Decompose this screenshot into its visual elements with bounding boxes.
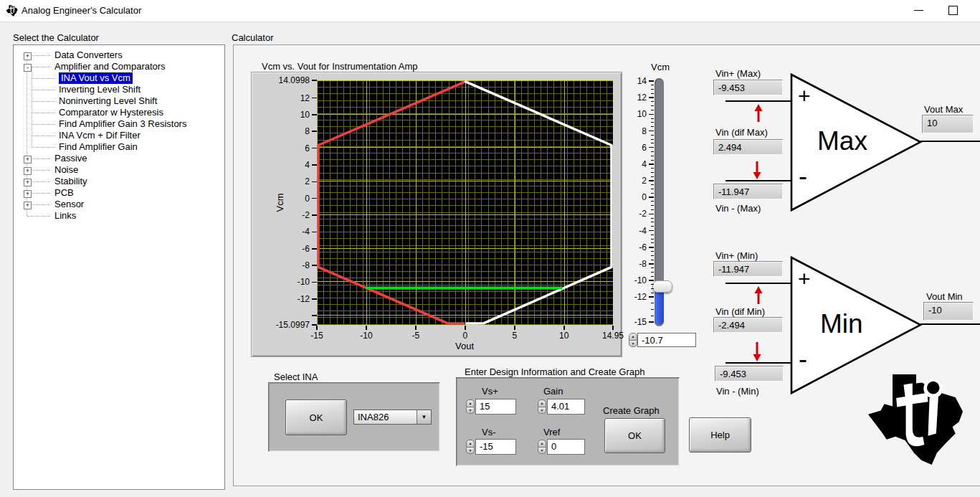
vs-plus-spinner[interactable]: ▲▼ <box>466 399 475 414</box>
tree-item[interactable]: Comparator w Hysteresis <box>59 107 163 118</box>
tree-item[interactable]: Find Amplifier Gain <box>59 141 138 153</box>
max-plus-wire <box>726 100 792 102</box>
slider-minor-tick <box>651 126 654 127</box>
min-minus-wire <box>726 362 792 364</box>
slider-minor-tick <box>651 89 654 90</box>
tree-expand-icon[interactable]: + <box>24 52 32 60</box>
vin-minus-max-field: -11.947 <box>713 184 783 199</box>
slider-minor-tick <box>651 151 654 152</box>
dropdown-arrow-icon[interactable]: ▼ <box>417 410 431 424</box>
y-tick-label: 6 <box>255 143 310 153</box>
slider-major-tick <box>649 97 654 98</box>
vout-min-field: -10 <box>923 302 974 321</box>
slider-major-tick <box>649 164 654 165</box>
title-bar: Analog Engineer's Calculator <box>0 0 980 22</box>
vin-plus-max-label: Vin+ (Max) <box>715 68 761 79</box>
spin-up-icon[interactable]: ▲ <box>466 440 475 448</box>
tree-item[interactable]: Inverting Level Shift <box>59 84 141 95</box>
max-minus-sign: - <box>799 161 807 191</box>
vref-label: Vref <box>543 427 560 437</box>
y-tick-label: 14.0998 <box>255 75 310 85</box>
vin-dif-min-field: -2.494 <box>713 317 783 333</box>
min-minus-sign: - <box>799 344 807 374</box>
tree-item[interactable]: Stability <box>54 176 87 187</box>
slider-major-tick <box>649 197 654 198</box>
tree-item[interactable]: Noise <box>54 164 78 176</box>
tree-item[interactable]: INA Vout vs Vcm <box>59 72 133 84</box>
spin-down-icon[interactable]: ▼ <box>538 407 546 415</box>
slider-minor-tick <box>651 160 654 161</box>
min-plus-sign: + <box>798 267 811 290</box>
y-tick-label: -15.0997 <box>255 320 310 330</box>
vs-minus-label: Vs- <box>482 427 496 437</box>
vs-minus-spinner[interactable]: ▲▼ <box>466 440 475 454</box>
max-minus-wire <box>726 180 792 181</box>
vout-max-label: Vout Max <box>924 104 963 115</box>
spin-down-icon[interactable]: ▼ <box>629 341 637 348</box>
tree-expand-icon[interactable]: + <box>24 167 32 175</box>
x-axis-tick <box>316 326 318 330</box>
tree-item[interactable]: INA Vcm + Dif Filter <box>59 130 141 141</box>
tree-item[interactable]: Noninverting Level Shift <box>59 95 157 107</box>
spin-down-icon[interactable]: ▼ <box>466 448 475 455</box>
vs-minus-field[interactable]: -15 <box>475 439 516 455</box>
slider-minor-tick <box>651 268 654 268</box>
slider-tick-label: -8 <box>618 259 647 269</box>
vref-spinner[interactable]: ▲▼ <box>538 440 546 454</box>
maximize-icon <box>948 6 958 15</box>
vcm-slider-thumb[interactable] <box>652 280 672 293</box>
create-graph-ok-button[interactable]: OK <box>604 418 665 453</box>
tree-item[interactable]: Links <box>54 210 76 222</box>
tree-item[interactable]: Data Converters <box>54 49 123 61</box>
slider-major-tick <box>649 321 654 323</box>
slider-major-tick <box>649 114 654 115</box>
spin-up-icon[interactable]: ▲ <box>538 440 546 448</box>
calculator-label: Calculator <box>232 32 274 43</box>
tree-item[interactable]: Sensor <box>54 199 84 210</box>
spin-down-icon[interactable]: ▼ <box>538 448 546 455</box>
vs-plus-field[interactable]: 15 <box>475 399 516 415</box>
red-down-arrow-icon <box>752 341 762 361</box>
spin-up-icon[interactable]: ▲ <box>538 399 546 407</box>
tree-expand-icon[interactable]: + <box>24 156 32 164</box>
minimize-button[interactable] <box>904 0 933 22</box>
slider-minor-tick <box>651 101 654 102</box>
ina-dropdown[interactable]: INA826 ▼ <box>353 410 432 425</box>
tree-item[interactable]: PCB <box>54 187 74 199</box>
select-ina-ok-button[interactable]: OK <box>285 399 347 435</box>
tree-connector <box>32 124 55 125</box>
tree-item[interactable]: Passive <box>54 153 87 164</box>
tree-collapse-icon[interactable]: - <box>24 64 32 72</box>
vin-minus-min-label: Vin - (Min) <box>716 386 759 397</box>
y-axis-tick <box>312 315 317 316</box>
spin-up-icon[interactable]: ▲ <box>466 399 475 407</box>
vref-field[interactable]: 0 <box>547 439 585 455</box>
vcm-value-field[interactable]: -10.7 <box>637 333 696 347</box>
help-button[interactable]: Help <box>689 417 751 453</box>
y-tick-label: 4 <box>255 160 310 170</box>
y-axis-tick <box>312 282 317 283</box>
vs-plus-label: Vs+ <box>482 386 498 397</box>
gain-spinner[interactable]: ▲▼ <box>538 399 546 414</box>
slider-minor-tick <box>651 205 654 206</box>
spin-down-icon[interactable]: ▼ <box>466 407 475 415</box>
slider-minor-tick <box>651 260 654 260</box>
slider-minor-tick <box>651 105 654 106</box>
gain-field[interactable]: 4.01 <box>547 399 585 415</box>
tree-expand-icon[interactable]: + <box>24 202 32 209</box>
tree-connector <box>32 147 55 148</box>
tree-expand-icon[interactable]: + <box>24 179 32 186</box>
tree-expand-icon[interactable]: + <box>24 190 32 198</box>
slider-major-tick <box>649 180 654 181</box>
slider-minor-tick <box>651 85 654 85</box>
maximize-button[interactable] <box>938 0 966 22</box>
slider-minor-tick <box>651 316 654 316</box>
slider-tick-label: 6 <box>618 143 647 153</box>
y-axis-tick <box>312 98 317 99</box>
app-ti-icon <box>6 5 18 16</box>
tree-item[interactable]: Find Amplifier Gain 3 Resistors <box>59 118 186 130</box>
slider-minor-tick <box>651 293 654 293</box>
tree-connector <box>27 216 50 217</box>
tree-item[interactable]: Amplifier and Comparators <box>54 61 166 72</box>
slider-minor-tick <box>651 251 654 252</box>
